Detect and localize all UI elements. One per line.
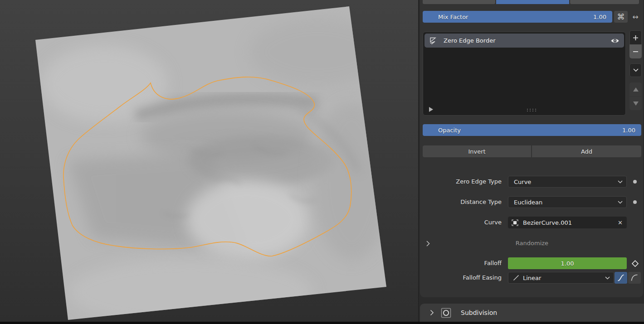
clear-x-icon[interactable]: ✕ (618, 219, 623, 226)
3d-viewport[interactable] (0, 0, 418, 324)
falloff-value: 1.00 (561, 260, 574, 267)
mix-factor-value: 1.00 (593, 14, 612, 20)
chevron-down-icon (633, 68, 639, 72)
swap-arrows-icon: ↔ (632, 13, 638, 21)
curve-data-icon (511, 219, 519, 227)
distance-type-dropdown[interactable]: Euclidean (508, 196, 627, 208)
mask-layer-name: Zero Edge Border (444, 37, 495, 44)
mask-layer-item[interactable]: Zero Edge Border (424, 34, 624, 48)
chevron-down-icon (618, 201, 626, 204)
list-specials-menu-button[interactable] (629, 63, 642, 77)
triangle-down-icon (633, 102, 639, 106)
zero-edge-type-dropdown[interactable]: Curve (508, 176, 627, 188)
mask-layer-list[interactable]: Zero Edge Border (423, 32, 626, 116)
zero-edge-icon (429, 36, 437, 45)
subdivision-panel-label: Subdivision (461, 309, 497, 316)
list-add-button[interactable] (629, 30, 642, 44)
ease-out-button[interactable] (628, 272, 641, 284)
linear-easing-icon (513, 275, 519, 281)
subdivision-toggle-icon[interactable] (441, 308, 451, 318)
falloff-easing-value: Linear (519, 275, 605, 281)
falloff-easing-label: Falloff Easing (423, 272, 502, 284)
add-button[interactable]: Add (532, 145, 641, 157)
chevron-down-icon (605, 276, 614, 280)
randomize-subpanel-header[interactable]: Randomize (423, 238, 641, 248)
ease-curve-icon (630, 274, 639, 282)
minus-icon (633, 51, 639, 53)
subdivision-expand-chevron[interactable] (430, 309, 434, 316)
curve-object-field[interactable]: BezierCurve.001 ✕ (508, 217, 627, 228)
segment-middle-active[interactable] (496, 0, 569, 4)
list-resize-grip[interactable] (527, 108, 537, 112)
curve-object-name: BezierCurve.001 (523, 219, 618, 226)
blender-window: Mix Factor 1.00 ⌘ ↔ Zero Edge Border (0, 0, 644, 324)
distance-type-label: Distance Type (423, 196, 502, 208)
subdivision-panel-header[interactable]: Subdivision (420, 304, 644, 322)
window-bottom-edge (0, 322, 644, 324)
animate-decorator-dot[interactable] (633, 200, 637, 204)
ease-in-out-button[interactable] (615, 272, 627, 284)
eye-visibility-icon[interactable] (610, 38, 620, 44)
keyframe-diamond-icon[interactable] (630, 258, 640, 269)
zero-edge-type-label: Zero Edge Type (423, 176, 502, 188)
falloff-easing-dropdown[interactable]: Linear (508, 272, 614, 284)
plus-icon (633, 35, 639, 41)
pinwheel-icon: ⌘ (617, 12, 625, 21)
animate-decorator-dot[interactable] (633, 180, 637, 184)
properties-panel: Mix Factor 1.00 ⌘ ↔ Zero Edge Border (418, 0, 644, 324)
opacity-value: 1.00 (622, 127, 641, 134)
opacity-label: Opacity (423, 127, 622, 134)
input-attribute-toggle-button[interactable]: ⌘ (614, 11, 628, 23)
list-move-down-button[interactable] (629, 97, 642, 110)
triangle-up-icon (633, 87, 639, 92)
distance-type-value: Euclidean (508, 199, 618, 206)
opacity-slider[interactable]: Opacity 1.00 (423, 124, 641, 136)
list-move-up-button[interactable] (629, 82, 642, 96)
falloff-slider[interactable]: 1.00 (508, 257, 627, 269)
mix-factor-label: Mix Factor (423, 14, 593, 20)
terrain-mesh-object[interactable] (35, 6, 390, 324)
curve-field-label: Curve (423, 217, 502, 228)
invert-button-label: Invert (468, 148, 485, 155)
list-expand-triangle[interactable] (429, 107, 433, 112)
add-button-label: Add (581, 148, 592, 155)
falloff-label: Falloff (423, 257, 502, 269)
invert-button[interactable]: Invert (423, 145, 531, 157)
extend-value-button[interactable]: ↔ (629, 11, 642, 23)
list-remove-button[interactable] (629, 44, 642, 58)
chevron-down-icon (618, 180, 626, 184)
terrain-scene (0, 0, 418, 324)
zero-edge-type-value: Curve (508, 179, 618, 185)
segmented-control-partial (423, 0, 640, 4)
segment-right[interactable] (570, 0, 639, 4)
mix-factor-slider[interactable]: Mix Factor 1.00 (423, 11, 612, 23)
segment-left[interactable] (423, 0, 495, 4)
s-curve-icon (617, 274, 625, 282)
